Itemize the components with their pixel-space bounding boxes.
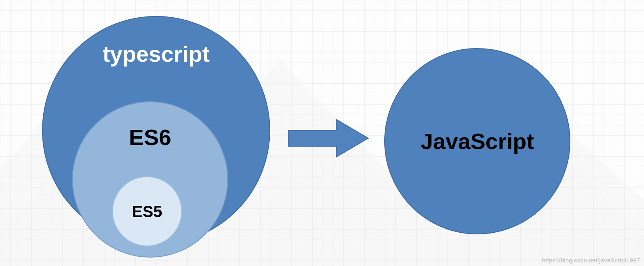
es6-label: ES6: [129, 126, 171, 149]
javascript-circle: JavaScript: [384, 48, 570, 234]
typescript-label: typescript: [102, 43, 210, 65]
es5-label: ES5: [132, 204, 163, 220]
svg-marker-2: [288, 119, 368, 157]
javascript-label: JavaScript: [421, 130, 534, 153]
es5-circle: ES5: [112, 176, 182, 246]
diagram-canvas: typescript ES6 ES5 JavaScript https://bl…: [0, 0, 644, 266]
arrow-icon: [284, 116, 372, 160]
watermark-text: https://blog.csdn.net/javaScript1997: [542, 257, 640, 264]
